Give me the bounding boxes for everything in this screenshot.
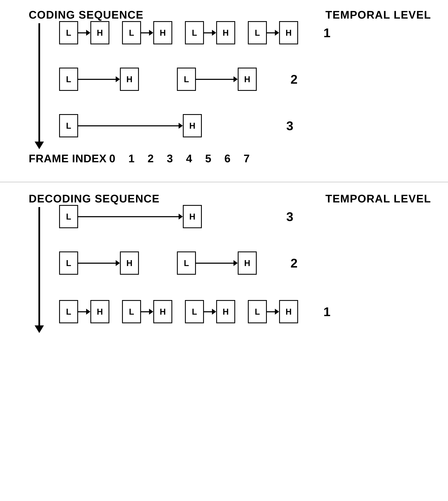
short-arrow-2 [141,30,153,36]
arrow-head [212,309,216,315]
decoding-sequence-title: DECODING SEQUENCE [29,192,160,205]
arrow-line [78,263,116,264]
coding-temporal-title: TEMPORAL LEVEL [325,8,431,21]
frame-box-L: L [59,68,78,91]
arrow-line [78,216,179,217]
decoding-l1-pair-1: L H [59,300,109,323]
frame-index-0: 0 [109,152,115,165]
frame-box-H: H [238,251,257,275]
frame-box-L: L [59,300,78,323]
decoding-temporal-title: TEMPORAL LEVEL [325,192,431,205]
decoding-arrow-line [38,207,40,325]
medium-arrow-dec-1 [78,260,120,266]
short-arrow-1 [78,30,90,36]
frame-box-L: L [185,21,204,44]
arrow-head [116,260,120,266]
arrow-head [234,76,238,82]
arrow-line [204,32,212,33]
decoding-level-1-row: L H L H L H L [59,300,330,323]
coding-sequence-title: CODING SEQUENCE [29,8,144,21]
frame-box-H: H [153,21,172,44]
decoding-level-3-number: 3 [286,209,293,224]
arrow-line [141,311,149,312]
coding-l3-pair-1: L H [59,114,202,137]
decoding-l2-pair-2: L H [177,251,257,275]
frame-index-4: 4 [186,152,192,165]
coding-l1-pair-3: L H [185,21,235,44]
frame-box-H: H [279,21,298,44]
frame-box-L: L [177,251,196,275]
frame-box-L: L [177,68,196,91]
frame-box-H: H [90,300,109,323]
coding-level-3-number: 3 [286,118,293,133]
arrow-head [275,309,279,315]
coding-l1-pair-4: L H [248,21,298,44]
short-arrow-dec-4 [267,309,279,315]
coding-sequence-arrow [35,23,44,149]
frame-box-L: L [59,251,78,275]
frame-box-L: L [248,21,267,44]
arrow-line [78,79,116,80]
decoding-l2-pair-1: L H [59,251,139,275]
long-arrow-dec [78,214,183,219]
page-container: CODING SEQUENCE TEMPORAL LEVEL L H L H [0,0,448,501]
frame-box-H: H [120,251,139,275]
arrow-line [196,263,234,264]
decoding-level-2-number: 2 [290,256,297,270]
frame-box-H: H [183,205,202,228]
arrow-head [179,214,183,219]
arrow-line [204,311,212,312]
frame-box-H: H [183,114,202,137]
frame-box-L: L [59,21,78,44]
frame-index-6: 6 [224,152,231,165]
medium-arrow-1 [78,76,120,82]
frame-index-1: 1 [128,152,134,165]
arrow-head [275,30,279,36]
frame-box-L: L [59,205,78,228]
medium-arrow-2 [196,76,238,82]
decoding-l1-pair-2: L H [122,300,172,323]
decoding-level-1-number: 1 [323,304,330,319]
decoding-level-2-row: L H L H 2 [59,251,297,275]
arrow-head [116,76,120,82]
arrow-line [267,32,275,33]
coding-level-2-row: L H L H 2 [59,68,297,91]
frame-box-H: H [120,68,139,91]
frame-box-H: H [279,300,298,323]
frame-index-5: 5 [205,152,211,165]
divider-line [0,182,448,182]
decoding-level-3-row: L H 3 [59,205,293,228]
arrow-head [149,30,153,36]
arrow-line [78,311,86,312]
arrow-line [78,32,86,33]
coding-level-3-row: L H 3 [59,114,293,137]
short-arrow-3 [204,30,216,36]
long-arrow-1 [78,123,183,129]
frame-box-H: H [238,68,257,91]
frame-index-label: FRAME INDEX [29,152,107,165]
arrow-line [267,311,275,312]
decoding-sequence-arrow [35,207,44,333]
short-arrow-dec-1 [78,309,90,315]
coding-level-2-number: 2 [290,72,297,87]
decoding-arrow-head [35,325,44,333]
coding-l2-pair-1: L H [59,68,139,91]
frame-index-7: 7 [244,152,250,165]
arrow-line [78,125,179,126]
arrow-head [149,309,153,315]
decoding-l1-pair-4: L H [248,300,298,323]
decoding-l1-pair-3: L H [185,300,235,323]
short-arrow-dec-3 [204,309,216,315]
coding-level-1-row: L H L H L H L [59,21,330,44]
arrow-head [86,30,90,36]
coding-l1-pair-2: L H [122,21,172,44]
frame-box-L: L [185,300,204,323]
frame-index-3: 3 [167,152,173,165]
medium-arrow-dec-2 [196,260,238,266]
arrow-line [196,79,234,80]
arrow-head [234,260,238,266]
short-arrow-4 [267,30,279,36]
frame-box-H: H [90,21,109,44]
arrow-line [141,32,149,33]
short-arrow-dec-2 [141,309,153,315]
